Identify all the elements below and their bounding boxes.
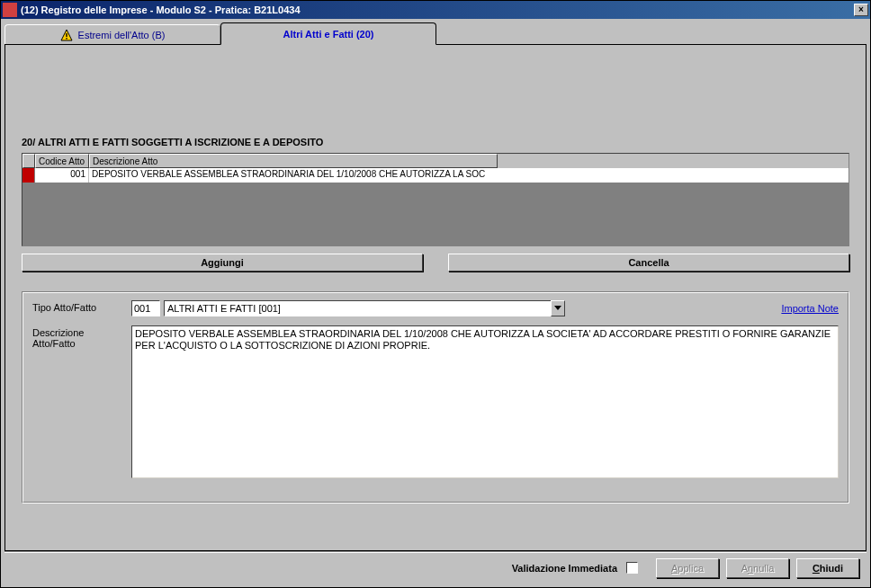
descrizione-textarea[interactable] xyxy=(131,325,839,478)
validazione-label: Validazione Immediata xyxy=(512,563,617,574)
tab-label: Estremi dell'Atto (B) xyxy=(78,30,166,40)
tab-estremi-atto[interactable]: Estremi dell'Atto (B) xyxy=(4,24,220,44)
tabs-area: Estremi dell'Atto (B) Altri Atti e Fatti… xyxy=(4,22,867,551)
tipo-atto-combo-input[interactable] xyxy=(164,300,551,316)
chevron-down-icon[interactable] xyxy=(551,300,565,316)
descrizione-label: Descrizione Atto/Fatto xyxy=(32,325,131,349)
svg-marker-3 xyxy=(554,306,561,310)
form-groupbox: Tipo Atto/Fatto Importa Note Descrizione… xyxy=(22,291,849,503)
cell-codice: 001 xyxy=(35,168,89,183)
svg-rect-2 xyxy=(66,38,67,40)
cell-descrizione: DEPOSITO VERBALE ASSEMBLEA STRAORDINARIA… xyxy=(89,168,498,183)
svg-rect-1 xyxy=(66,33,67,37)
app-window: (12) Registro delle Imprese - Modulo S2 … xyxy=(0,0,871,588)
section-heading: 20/ ALTRI ATTI E FATTI SOGGETTI A ISCRIZ… xyxy=(22,137,849,147)
titlebar: (12) Registro delle Imprese - Modulo S2 … xyxy=(1,1,870,19)
chiudi-button[interactable]: Chiudi xyxy=(796,558,859,578)
grid-header: Codice Atto Descrizione Atto xyxy=(22,154,849,168)
atti-grid[interactable]: Codice Atto Descrizione Atto 001 DEPOSIT… xyxy=(22,153,849,246)
tipo-atto-code-input[interactable] xyxy=(131,300,160,316)
tab-label: Altri Atti e Fatti (20) xyxy=(283,29,373,40)
bottom-bar: Validazione Immediata Applica Annulla Ch… xyxy=(4,551,867,584)
tab-row: Estremi dell'Atto (B) Altri Atti e Fatti… xyxy=(4,22,867,44)
grid-header-selector xyxy=(22,154,35,168)
grid-button-row: Aggiungi Cancella xyxy=(22,254,849,272)
tab-panel-altri-atti: 20/ ALTRI ATTI E FATTI SOGGETTI A ISCRIZ… xyxy=(4,44,867,551)
app-icon xyxy=(3,3,17,17)
tipo-atto-label: Tipo Atto/Fatto xyxy=(32,300,131,313)
tipo-atto-row: Tipo Atto/Fatto Importa Note xyxy=(32,300,839,316)
importa-note-link[interactable]: Importa Note xyxy=(781,303,839,314)
close-icon[interactable]: × xyxy=(854,4,868,16)
descrizione-row: Descrizione Atto/Fatto xyxy=(32,325,839,478)
tipo-atto-combo[interactable] xyxy=(164,300,565,316)
window-title: (12) Registro delle Imprese - Modulo S2 … xyxy=(21,4,854,15)
validazione-checkbox[interactable] xyxy=(626,562,638,574)
grid-header-codice: Codice Atto xyxy=(35,154,89,168)
warning-icon xyxy=(60,29,73,41)
table-row[interactable]: 001 DEPOSITO VERBALE ASSEMBLEA STRAORDIN… xyxy=(22,168,849,183)
aggiungi-button[interactable]: Aggiungi xyxy=(22,254,423,272)
grid-empty-area xyxy=(22,183,849,245)
row-indicator-icon xyxy=(22,168,35,183)
client-area: Estremi dell'Atto (B) Altri Atti e Fatti… xyxy=(1,19,870,587)
grid-header-descrizione: Descrizione Atto xyxy=(89,154,498,168)
annulla-button[interactable]: Annulla xyxy=(726,558,789,578)
cancella-button[interactable]: Cancella xyxy=(448,254,849,272)
tab-altri-atti[interactable]: Altri Atti e Fatti (20) xyxy=(220,22,436,45)
applica-button[interactable]: Applica xyxy=(656,558,719,578)
